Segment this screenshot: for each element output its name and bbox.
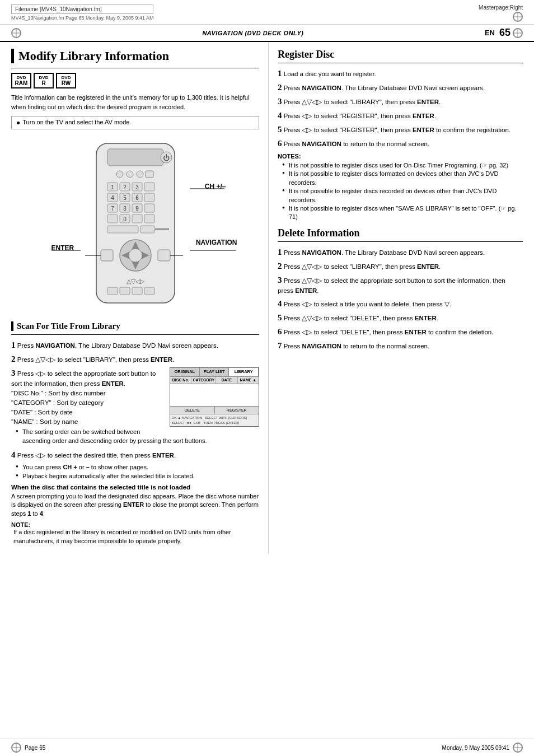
svg-rect-52: [120, 287, 130, 295]
svg-point-9: [137, 171, 143, 178]
step3-bullet-1: The sorting order can be switched betwee…: [16, 428, 259, 445]
note-1: It is not possible to register discs use…: [282, 161, 523, 170]
notes-list: It is not possible to register discs use…: [282, 161, 523, 222]
fm-line: MV4S_10Navigation.fm Page 65 Monday, May…: [11, 15, 153, 21]
header: Filename [MV4S_10Navigation.fm] MV4S_10N…: [0, 0, 534, 25]
step-1: 1 Press NAVIGATION. The Library Database…: [11, 339, 259, 351]
note-bullet: ●: [16, 119, 20, 127]
btn-delete: DELETE: [170, 407, 215, 414]
reg-step-2: 2 Press NAVIGATION. The Library Database…: [278, 82, 523, 94]
step-2: 2 Press △▽◁▷ to select "LIBRARY", then p…: [11, 353, 259, 365]
svg-text:7: 7: [111, 206, 114, 212]
note-3: It is not possible to register discs rec…: [282, 187, 523, 204]
svg-rect-37: [107, 226, 138, 233]
btn-register: REGISTER: [215, 407, 259, 414]
left-column: Modify Library Information DVD RAM DVD R…: [0, 42, 269, 554]
del-step-1: 1 Press NAVIGATION. The Library Database…: [278, 246, 523, 258]
note-4: It is not possible to register discs whe…: [282, 204, 523, 222]
svg-rect-38: [140, 226, 154, 233]
del-step-7: 7 Press NAVIGATION to return to the norm…: [278, 340, 523, 352]
col-name: NAME ▲: [238, 377, 259, 384]
register-divider: [278, 63, 523, 63]
svg-rect-32: [107, 214, 118, 223]
intro-text: Title information can be registered in t…: [11, 93, 259, 111]
note-2: It is not possible to register discs for…: [282, 170, 523, 187]
svg-text:2: 2: [123, 184, 127, 190]
footer: Page 65 Monday, 9 May 2005 09:41: [0, 739, 534, 756]
col-category: CATEGORY: [191, 377, 216, 384]
footer-crosshair-left: [11, 743, 21, 753]
screen-tabs: ORIGINAL PLAY LIST LIBRARY: [170, 368, 259, 377]
svg-rect-4: [107, 149, 163, 166]
main-content: Modify Library Information DVD RAM DVD R…: [0, 42, 534, 554]
svg-text:△▽◁▷: △▽◁▷: [127, 278, 145, 284]
main-section-title: Modify Library Information: [11, 49, 259, 63]
reg-step-1: 1 Load a disc you want to register.: [278, 68, 523, 80]
reg-step-4: 4 Press ◁▷ to select "REGISTER", then pr…: [278, 110, 523, 122]
svg-rect-53: [132, 287, 142, 295]
section-divider: [11, 68, 259, 68]
crosshair-left-icon: [11, 28, 21, 38]
navigation-label: NAVIGATION: [196, 239, 237, 246]
screen-data-area: [170, 384, 259, 407]
footer-page: Page 65: [25, 745, 45, 751]
step4-bullets: You can press CH + or – to show other pa…: [16, 463, 259, 480]
note-label: NOTE:: [11, 521, 259, 528]
en-label: EN: [485, 29, 495, 37]
svg-rect-35: [132, 214, 142, 223]
svg-text:6: 6: [135, 195, 139, 201]
step3-bullets: The sorting order can be switched betwee…: [16, 428, 259, 445]
screen-bottom-bar: DELETE REGISTER: [170, 407, 259, 415]
col-date: DATE: [216, 377, 237, 384]
tab-library: LIBRARY: [229, 368, 259, 376]
svg-text:8: 8: [123, 206, 127, 212]
nav-line-icon: [190, 250, 237, 251]
svg-rect-46: [101, 250, 113, 261]
page-number: 65: [499, 27, 510, 39]
note-box-text: Turn on the TV and select the AV mode.: [22, 119, 131, 125]
bold-section-title: When the disc that contains the selected…: [11, 484, 259, 491]
del-step-6: 6 Press ◁▷ to select "DELETE", then pres…: [278, 326, 523, 338]
svg-rect-31: [144, 204, 154, 212]
notes-header: NOTES:: [278, 153, 523, 160]
svg-rect-36: [144, 214, 154, 223]
svg-rect-54: [144, 287, 154, 295]
delete-section-title: Delete Information: [278, 227, 523, 239]
del-step-4: 4 Press ◁▷ to select a title you want to…: [278, 298, 523, 310]
svg-text:4: 4: [111, 195, 114, 201]
page-nav-top: NAVIGATION (DVD DECK ONLY) EN 65: [0, 25, 534, 42]
tab-playlist: PLAY LIST: [200, 368, 229, 376]
svg-text:⏻: ⏻: [163, 154, 170, 162]
register-section-title: Register Disc: [278, 49, 523, 60]
step4-bullet-1: You can press CH + or – to show other pa…: [16, 463, 259, 472]
header-left: Filename [MV4S_10Navigation.fm] MV4S_10N…: [11, 4, 153, 21]
remote-wrapper: CH +/– NAVIGATION ENTER: [79, 141, 191, 310]
footer-crosshair-right: [513, 743, 523, 753]
crosshair-icon: [513, 12, 523, 22]
dvd-badge-r: DVD R: [34, 73, 54, 88]
svg-point-7: [116, 171, 123, 178]
ch-line-icon: [190, 188, 226, 189]
delete-divider: [278, 241, 523, 242]
screen-thumbnail: ORIGINAL PLAY LIST LIBRARY DISC No. CATE…: [170, 367, 259, 427]
svg-rect-47: [158, 250, 170, 261]
scan-divider: [11, 334, 259, 335]
del-step-2: 2 Press △▽◁▷ to select "LIBRARY", then p…: [278, 260, 523, 272]
crosshair-right-icon: [513, 28, 523, 38]
filename: Filename [MV4S_10Navigation.fm]: [11, 4, 153, 14]
tab-original: ORIGINAL: [170, 368, 200, 376]
reg-step-6: 6 Press NAVIGATION to return to the norm…: [278, 138, 523, 150]
right-column: Register Disc 1 Load a disc you want to …: [269, 42, 534, 554]
page-number-area: EN 65: [485, 27, 523, 39]
step-4: 4 Press ◁▷ to select the desired title, …: [11, 449, 259, 461]
page-section-label: NAVIGATION (DVD DECK ONLY): [202, 30, 303, 36]
svg-rect-24: [144, 193, 154, 202]
col-disc: DISC No.: [170, 377, 191, 384]
dvd-badges: DVD RAM DVD R DVD RW: [11, 73, 259, 88]
svg-rect-51: [107, 287, 118, 295]
svg-text:5: 5: [123, 195, 127, 201]
reg-step-5: 5 Press ◁▷ to select "REGISTER", then pr…: [278, 124, 523, 136]
enter-line-icon: [51, 250, 82, 251]
note-content: If a disc registered in the library is r…: [11, 528, 259, 545]
screen-header-row: DISC No. CATEGORY DATE NAME ▲: [170, 377, 259, 384]
